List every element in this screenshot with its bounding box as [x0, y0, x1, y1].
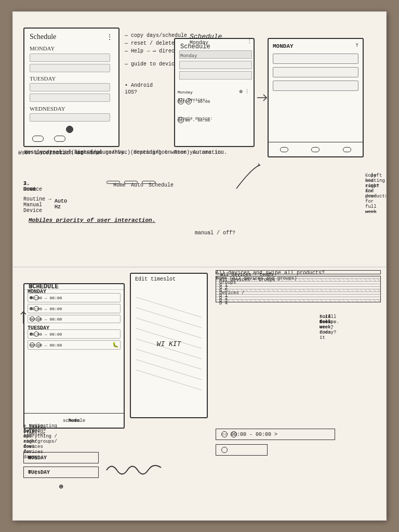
- tl-tue-row2: [30, 94, 110, 102]
- tl-wed-row1: [30, 113, 110, 122]
- tr-nav1: [280, 147, 288, 152]
- tl-mon-row1: [30, 54, 110, 62]
- tr-nav2: [311, 147, 320, 152]
- home-item: 3. Home: [23, 181, 36, 192]
- edit-content-area: WI KIT: [136, 287, 202, 402]
- bs-dash1: —: [30, 295, 32, 300]
- bs-nav-schedule: schedule: [63, 418, 85, 423]
- routine-section: Routine → Manual Device Auto Hz Auto Hz: [23, 196, 55, 198]
- tl-tue-row1: [30, 83, 110, 91]
- tl-title: Schedule: [30, 33, 56, 41]
- tr-row3: [273, 81, 358, 91]
- manual-off: manual / off?: [195, 230, 235, 236]
- left-right-note: - left and right for products: [365, 173, 386, 199]
- top-left-wireframe: Schedule ⋮ MONDAY TUESDAY WEDNESDAY: [23, 28, 119, 147]
- dev-ann5: scroll to week?: [320, 314, 336, 330]
- mini-monday: MONDAY ⊕ ⋮: [23, 452, 99, 463]
- bs-time2: 00:00 — 00:00: [30, 307, 62, 311]
- tl-mon-row2: [30, 64, 110, 72]
- paper: Schedule ⋮ MONDAY TUESDAY WEDNESDAY — co…: [12, 11, 387, 521]
- tab-auto[interactable]: Auto: [124, 181, 138, 184]
- tab-home[interactable]: Home: [107, 181, 120, 184]
- bs-monday-section: MONDAY ⋮ ⊗ 00:00 — 00:00 — ⊗ 00:00 — 00:…: [24, 290, 124, 326]
- tab-auto-label: Auto: [131, 182, 143, 188]
- edit-timeslot-box: Edit timeslot WI KIT: [130, 273, 208, 418]
- bullet2: - Less control of Home from nearby. (Hea…: [18, 150, 227, 155]
- tr-row2: [273, 67, 358, 77]
- tr-title: MONDAY: [273, 43, 294, 49]
- arrow-mid-to-right: [256, 92, 269, 105]
- tl-tuesday: TUESDAY: [30, 75, 56, 82]
- bs-time3: 00:00 — 00:00: [30, 317, 62, 322]
- tm-header-row: [179, 50, 252, 59]
- mini-tuesday-label: TUesDAY: [28, 470, 50, 475]
- br-time-row: ○○ 00:00 - 00:00 >: [216, 429, 335, 440]
- bs-tue-row2: 00:00 — 00:00 🐛: [28, 340, 121, 350]
- all-devices-panel: All devices and swipe all products? All …: [216, 270, 381, 302]
- schedule-title-ann: Schedule: [190, 33, 222, 41]
- tm-time2: 00:00 - 00:00: [178, 118, 210, 123]
- br-time: ○○ 00:00 - 00:00 >: [221, 432, 277, 437]
- row-d4-label: D 4: [219, 301, 228, 306]
- tm-row2: [179, 61, 252, 69]
- top-half: Schedule ⋮ MONDAY TUESDAY WEDNESDAY — co…: [13, 12, 386, 267]
- mini-add: ⊕: [23, 482, 99, 491]
- bs-time1: 00:00 — 00:00: [30, 296, 62, 300]
- tl-wednesday: WEDNESDAY: [30, 105, 65, 112]
- bs-tue-time2: 00:00 — 00:00: [30, 343, 62, 348]
- tr-t: T: [356, 43, 358, 48]
- dots-top-mid: ⋮: [247, 38, 252, 44]
- tl-nav2: [54, 136, 65, 142]
- tm-plus: ⊕: [239, 89, 243, 95]
- bs-bug: 🐛: [112, 342, 118, 348]
- bottom-right-boxes: ○○ 00:00 - 00:00 >: [216, 429, 335, 456]
- top-middle-wireframe: Schedule Monday Monday ⊕ ⋮ All devices: …: [174, 38, 255, 147]
- top-right-wireframe: MONDAY T: [268, 38, 364, 157]
- tm-dots2: ⋮: [245, 89, 249, 95]
- bs-mon-row1: ⊗ 00:00 — 00:00 —: [28, 293, 121, 302]
- tab-home-label: Home: [113, 182, 126, 188]
- squiggle: [104, 460, 156, 483]
- tm-monday2: Monday: [178, 90, 193, 95]
- mini-monday-label: MONDAY: [28, 455, 47, 461]
- bs-mon-row3: 00:00 — 00:00: [28, 315, 121, 323]
- edit-sketch-lines: [136, 287, 202, 402]
- mini-add-icon: ⊕: [59, 483, 63, 491]
- routine-label: Routine → Manual Device: [23, 196, 55, 214]
- tl-monday: MONDAY: [30, 45, 55, 51]
- tm-time1: 00:00 - 00:00: [178, 99, 210, 104]
- bottom-half: ≡ SCHEDULE ⋮ MONDAY ⋮ ⊗ 00:00 — 00:00 —: [13, 268, 386, 522]
- tm-all-devices: All devices: 00:00 - 00:00: [178, 97, 251, 104]
- bs-tue-time1: 00:00 — 00:00: [30, 332, 62, 337]
- tm-row3: [179, 71, 252, 79]
- br-single-row: [216, 444, 268, 456]
- mini-cards: MONDAY ⊕ ⋮ TUesDAY ⊕ ⋮ ⊕: [23, 452, 99, 491]
- tab-schedule[interactable]: Schedule: [142, 181, 155, 184]
- bs-mon-row2: ⊗ 00:00 — 00:00: [28, 304, 121, 313]
- tr-nav-bar: [269, 142, 363, 156]
- tl-circle: [66, 126, 73, 133]
- tm-single-device: Single device: 00:00 - 00:00: [178, 116, 251, 123]
- bs-tuesday-section: TUESDAY ⋮ ⊕ 00:00 — 00:00 00:00 — 00:00 …: [24, 326, 124, 353]
- schedule-subtitle-ann: Monday: [190, 40, 208, 46]
- note4: - Navigating between everything / room/g…: [23, 423, 57, 449]
- bs-tue-row1: ⊕ 00:00 — 00:00: [28, 329, 121, 339]
- auto2: Auto Hz: [55, 198, 67, 210]
- devices-list: All devices + Groups Groups G 1 G 2 G 5: [216, 276, 381, 302]
- tr-nav3: [343, 147, 351, 152]
- arrow-to-wf: [18, 309, 29, 327]
- bottom-schedule-wf: ≡ SCHEDULE ⋮ MONDAY ⋮ ⊗ 00:00 — 00:00 —: [23, 283, 125, 429]
- tr-row1: [273, 54, 358, 64]
- bs-monday-dots: ⋮: [28, 288, 33, 295]
- br-single-c: [221, 447, 228, 453]
- tl-dots: ⋮: [106, 33, 113, 42]
- row-d4: D 4: [216, 300, 380, 302]
- edit-title: Edit timeslot: [135, 276, 176, 282]
- motto: Mobiles priority of user interaction.: [29, 217, 155, 223]
- tab-buttons: Home Auto Schedule: [107, 181, 155, 184]
- arrow-curve: [231, 163, 262, 196]
- tab-schedule-label: Schedule: [149, 182, 174, 188]
- mini-tuesday: TUesDAY ⊕ ⋮: [23, 467, 99, 478]
- tl-nav1: [32, 136, 44, 142]
